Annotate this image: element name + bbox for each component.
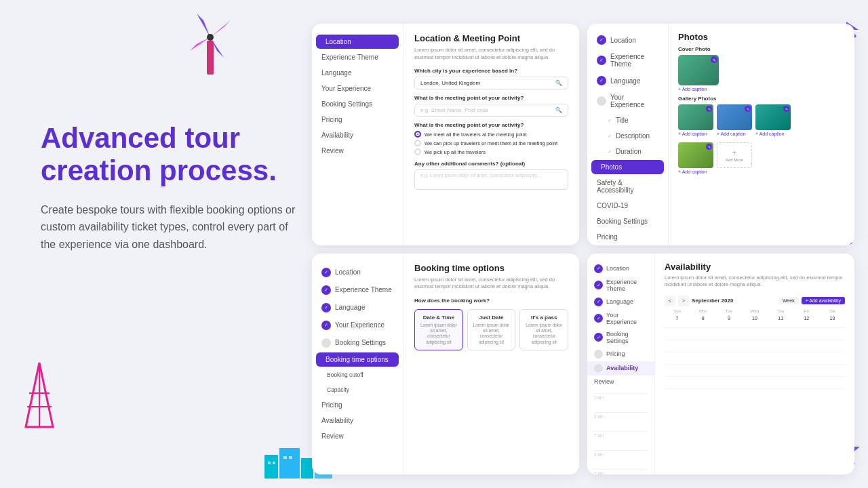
booking-option-pass[interactable]: It's a pass Lorem ipsum dolor sit amet, … <box>519 309 568 351</box>
booking-content: Booking time options Lorem ipsum dolor s… <box>403 253 579 475</box>
avail-sidebar-pricing[interactable]: Pricing <box>587 347 654 361</box>
photos-sidebar-title[interactable]: ✓ Title <box>587 113 668 127</box>
avail-sidebar-your-exp[interactable]: ✓ Your Experience <box>587 309 654 328</box>
cal-fri: Fri <box>794 309 819 313</box>
gallery-photo-1[interactable]: ✎ <box>678 104 713 130</box>
add-more-box[interactable]: + Add More <box>717 142 752 168</box>
booking-sidebar-lang[interactable]: ✓ Language <box>312 300 403 316</box>
add-caption-1[interactable]: + Add caption <box>678 131 713 136</box>
photos-sidebar-photos[interactable]: Photos <box>591 160 664 174</box>
photos-duration-label: Duration <box>616 148 642 155</box>
avail-sidebar-booking[interactable]: ✓ Booking Settings <box>587 328 654 347</box>
booking-sidebar-exp[interactable]: ✓ Experience Theme <box>312 282 403 298</box>
cal-date-10[interactable]: 10 <box>742 314 767 322</box>
cal-date-8[interactable]: 8 <box>690 314 715 322</box>
radio-option-1[interactable]: We meet all the travelers at the meeting… <box>414 131 568 138</box>
gallery-photo-2[interactable]: ✎ <box>717 104 752 130</box>
booking-pricing-label: Pricing <box>321 401 342 409</box>
radio-dot-3 <box>414 148 421 155</box>
booking-your-exp-label: Your Experience <box>335 321 384 329</box>
booking-sidebar-capacity[interactable]: Capacity <box>312 383 403 396</box>
cal-date-11[interactable]: 11 <box>768 314 793 322</box>
booking-sidebar-location[interactable]: ✓ Location <box>312 264 403 281</box>
photos-sidebar-booking[interactable]: Booking Settings <box>587 214 668 228</box>
cal-date-13[interactable]: 13 <box>820 314 845 322</box>
option-date-time-desc: Lorem ipsum dolor sit amet, consectetur … <box>419 323 458 346</box>
sidebar-item-booking-settings[interactable]: Booking Settings <box>312 97 403 111</box>
radio-label-3: We pick up all the travelers <box>425 149 486 155</box>
cal-date-9[interactable]: 9 <box>716 314 741 322</box>
sidebar-item-availability[interactable]: Availability <box>312 128 403 142</box>
cal-next-button[interactable]: > <box>678 296 689 306</box>
sidebar-item-review[interactable]: Review <box>312 144 403 158</box>
photos-sidebar-exp-theme[interactable]: ✓ Experience Theme <box>587 49 668 71</box>
add-caption-3[interactable]: + Add caption <box>755 131 791 136</box>
avail-sidebar-avail[interactable]: Availability <box>587 361 654 375</box>
check-circle-lang: ✓ <box>594 298 603 306</box>
avail-exp-label: Experience Theme <box>606 279 648 292</box>
avail-sidebar-location[interactable]: ✓ Location <box>587 262 654 276</box>
sidebar-item-language[interactable]: Language <box>312 66 403 80</box>
city-input[interactable]: London, United Kingdom 🔍 <box>414 77 568 89</box>
booking-sidebar-your-exp[interactable]: ✓ Your Experience <box>312 317 403 333</box>
photos-sidebar-pricing[interactable]: Pricing <box>587 230 668 244</box>
photos-pricing-label: Pricing <box>597 233 618 241</box>
booking-sidebar-avail[interactable]: Availability <box>312 413 403 428</box>
gallery-photo-4[interactable]: ✎ <box>678 142 713 168</box>
cover-photo[interactable]: ✎ <box>678 55 719 85</box>
avail-lang-label: Language <box>606 298 633 305</box>
meeting-input[interactable]: e.g. Street Name, Post code 🔍 <box>414 104 568 117</box>
option-just-date-label: Just Date <box>479 314 504 321</box>
sidebar-item-pricing[interactable]: Pricing <box>312 113 403 127</box>
booking-sidebar-review[interactable]: Review <box>312 429 403 443</box>
radio-option-2[interactable]: We can pick up travelers or meet them at… <box>414 140 568 146</box>
avail-sidebar-review[interactable]: Review <box>587 375 654 388</box>
photos-loc-label: Location <box>610 37 636 44</box>
photos-sidebar-safety[interactable]: Safety & Accessibility <box>587 176 668 197</box>
location-card: Location Experience Theme Language Your … <box>312 24 579 245</box>
booking-option-date-time[interactable]: Date & Time Lorem ipsum dolor sit amet, … <box>414 309 463 351</box>
check-circle-booking: ✓ <box>594 333 603 342</box>
add-caption-2[interactable]: + Add caption <box>717 131 752 136</box>
cal-week-button[interactable]: Week <box>778 297 799 304</box>
booking-title: Booking time options <box>414 263 568 273</box>
gallery-photo-3[interactable]: ✎ <box>755 104 791 130</box>
booking-sidebar-time-options[interactable]: Booking time options <box>316 352 399 367</box>
cal-date-12[interactable]: 12 <box>794 314 819 322</box>
comments-input[interactable]: e.g. Lorem ipsum dolor sit amet, consect… <box>414 169 568 190</box>
calendar-header: < > September 2020 Week + Add availabili… <box>665 296 845 306</box>
booking-sidebar-pricing[interactable]: Pricing <box>312 398 403 412</box>
city-value: London, United Kingdom <box>420 80 480 86</box>
photos-card: ✓ Location ✓ Experience Theme ✓ Language… <box>587 24 854 245</box>
photos-sidebar-lang[interactable]: ✓ Language <box>587 73 668 89</box>
sidebar-item-location[interactable]: Location <box>316 35 399 49</box>
booking-sidebar-cutoff[interactable]: Booking cutoff <box>312 368 403 382</box>
cal-add-button[interactable]: + Add availability <box>802 297 845 304</box>
add-caption-cover[interactable]: + Add caption <box>678 87 845 92</box>
booking-review-label: Review <box>321 432 344 440</box>
sidebar-item-exp-theme[interactable]: Experience Theme <box>312 50 403 64</box>
photos-sidebar-covid[interactable]: COVID-19 <box>587 199 668 213</box>
cal-prev-button[interactable]: < <box>665 296 675 306</box>
avail-sidebar-lang[interactable]: ✓ Language <box>587 295 654 309</box>
add-caption-4[interactable]: + Add caption <box>678 169 713 174</box>
avail-sidebar-exp[interactable]: ✓ Experience Theme <box>587 276 654 295</box>
booking-option-just-date[interactable]: Just Date Lorem ipsum dolor sit amet, co… <box>467 309 516 351</box>
photos-sidebar-location[interactable]: ✓ Location <box>587 32 668 48</box>
cal-tue: Tue <box>716 309 741 313</box>
radio-option-3[interactable]: We pick up all the travelers <box>414 148 568 155</box>
booking-sidebar: ✓ Location ✓ Experience Theme ✓ Language… <box>312 253 403 475</box>
photos-sidebar-duration[interactable]: ✓ Duration <box>587 144 668 159</box>
photos-sidebar-desc[interactable]: ✓ Description <box>587 129 668 143</box>
booking-sidebar-settings[interactable]: Booking Settings <box>312 335 403 351</box>
photos-sidebar-your-exp[interactable]: Your Experience <box>587 90 668 112</box>
cal-today[interactable]: 8 <box>690 316 715 321</box>
gallery-badge-2: ✎ <box>745 106 751 112</box>
photos-covid-label: COVID-19 <box>597 202 628 209</box>
sidebar-item-your-exp[interactable]: Your Experience <box>312 81 403 96</box>
search-icon: 🔍 <box>555 80 562 86</box>
check-circle-gray-pricing <box>594 350 603 359</box>
svg-rect-13 <box>264 455 278 479</box>
cal-date-7[interactable]: 7 <box>665 314 690 322</box>
booking-lang-label: Language <box>335 304 366 311</box>
